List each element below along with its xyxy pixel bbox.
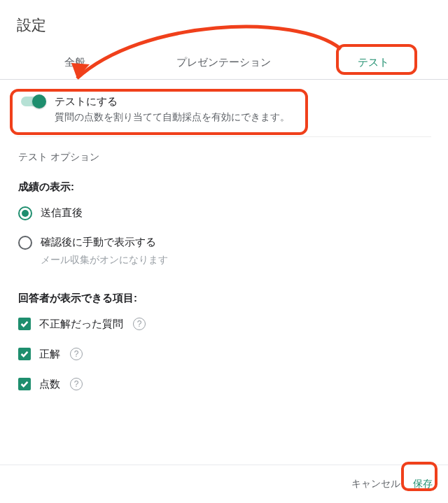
tab-general[interactable]: 全般: [0, 48, 149, 79]
radio-manual-label: 確認後に手動で表示する: [41, 236, 156, 249]
make-quiz-toggle[interactable]: [21, 97, 45, 106]
check-points-row[interactable]: 点数 ?: [17, 372, 431, 397]
help-icon[interactable]: ?: [133, 318, 146, 330]
check-points-label: 点数: [39, 378, 60, 391]
tab-test-label: テスト: [358, 56, 389, 68]
make-quiz-desc: 質問の点数を割り当てて自動採点を有効にできます。: [55, 111, 290, 124]
content: テストにする 質問の点数を割り当てて自動採点を有効にできます。 テスト オプショ…: [0, 80, 448, 397]
checkmark-icon: [20, 349, 29, 359]
cancel-button[interactable]: キャンセル: [351, 478, 400, 490]
radio-manual-sub: メール収集がオンになります: [41, 254, 431, 269]
radio-manual-row[interactable]: 確認後に手動で表示する: [17, 230, 431, 255]
tabs: 全般 プレゼンテーション テスト: [0, 48, 448, 80]
checkmark-icon: [20, 379, 29, 389]
radio-immediate-row[interactable]: 送信直後: [17, 201, 431, 226]
checkmark-icon: [20, 319, 29, 329]
toggle-knob: [32, 94, 46, 108]
dialog-title: 設定: [0, 0, 448, 48]
grades-display-label: 成績の表示:: [17, 171, 431, 201]
check-correct-label: 正解: [39, 348, 60, 361]
footer: キャンセル 保存: [0, 465, 448, 503]
check-incorrect-label: 不正解だった質問: [39, 318, 123, 331]
visible-items-label: 回答者が表示できる項目:: [17, 282, 431, 312]
tab-presentation-label: プレゼンテーション: [176, 56, 271, 68]
radio-immediate[interactable]: [18, 206, 32, 220]
help-icon[interactable]: ?: [70, 378, 83, 390]
checkbox-incorrect[interactable]: [18, 318, 31, 330]
section-heading: テスト オプション: [17, 137, 431, 171]
radio-manual[interactable]: [18, 236, 32, 250]
check-incorrect-row[interactable]: 不正解だった質問 ?: [17, 312, 431, 336]
check-correct-row[interactable]: 正解 ?: [17, 342, 431, 367]
tab-presentation[interactable]: プレゼンテーション: [149, 48, 298, 79]
checkbox-correct[interactable]: [18, 348, 31, 360]
help-icon[interactable]: ?: [70, 348, 83, 360]
tab-general-label: 全般: [64, 56, 85, 68]
tab-test[interactable]: テスト: [299, 48, 448, 79]
make-quiz-row: テストにする 質問の点数を割り当てて自動採点を有効にできます。: [17, 80, 431, 137]
make-quiz-text: テストにする 質問の点数を割り当てて自動採点を有効にできます。: [55, 94, 290, 124]
radio-immediate-label: 送信直後: [41, 206, 83, 220]
settings-dialog: 設定 全般 プレゼンテーション テスト テストにする 質問の点数を割り当てて自動…: [0, 0, 448, 503]
checkbox-points[interactable]: [18, 378, 31, 390]
make-quiz-label: テストにする: [55, 94, 290, 110]
save-button[interactable]: 保存: [413, 478, 433, 490]
